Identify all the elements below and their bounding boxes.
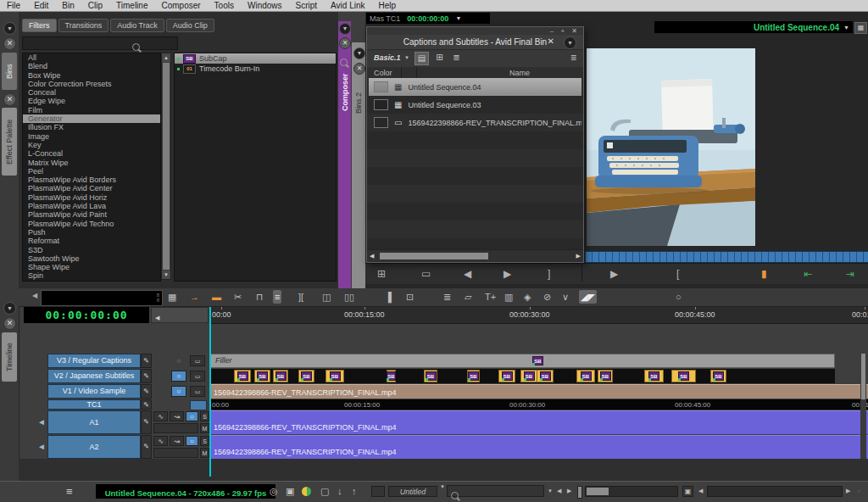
bin-window-menu-icon[interactable]: ▼ (564, 36, 576, 49)
bin-view-tab[interactable]: Basic.1 (374, 53, 401, 62)
transport-icon[interactable]: [ (676, 267, 679, 281)
effect-category-item[interactable]: Key (23, 141, 160, 149)
clip-color-swatch[interactable] (374, 81, 388, 92)
subcap-segment[interactable]: SB (537, 370, 554, 382)
subcap-segment[interactable]: SB (576, 370, 595, 382)
effect-category-item[interactable]: Conceal (23, 88, 160, 97)
timeline-tool-icon[interactable]: ◈ (522, 290, 532, 304)
bin-search-icon[interactable] (340, 59, 348, 66)
timeline-tool-icon[interactable]: ▬ (210, 290, 223, 304)
status-icon[interactable]: ↑ (352, 486, 357, 496)
effect-category-item[interactable]: Shape Wipe (23, 263, 160, 271)
subcap-segment[interactable]: SB (387, 370, 396, 382)
menu-item[interactable]: Avid Link (331, 1, 364, 10)
effect-category-item[interactable]: Box Wipe (23, 71, 160, 80)
subcap-effect-icon[interactable]: SB (532, 356, 543, 365)
scroll-right-icon[interactable]: ▶ (846, 488, 850, 494)
dock-menu-icon[interactable]: ▼ (3, 22, 16, 35)
subcap-segment[interactable]: SB (498, 370, 515, 382)
transport-icon[interactable]: ▶ (504, 267, 511, 281)
timeline-tool-icon[interactable]: T+ (483, 290, 498, 304)
scrollbar-thumb[interactable] (163, 63, 170, 270)
effect-category-item[interactable]: Edge Wipe (23, 97, 160, 105)
menu-item[interactable]: Bin (62, 1, 74, 10)
timeline-tool-icon[interactable]: ≣ (442, 290, 453, 304)
track-monitor-on-icon[interactable]: ○ (186, 411, 198, 421)
resize-grip-icon[interactable]: ◦ (858, 488, 860, 495)
timeline-tool-icon[interactable]: ⊘ (542, 290, 553, 304)
close-composer-icon[interactable]: ✕ (339, 37, 351, 49)
zoom-slider-handle[interactable] (577, 486, 582, 499)
timeline-vscrollbar[interactable] (860, 354, 866, 459)
menu-item[interactable]: Script (296, 1, 318, 10)
audio-clip-a1[interactable]: 1569422398866-REV_TRANSCRIPTION_FINAL.mp… (210, 410, 868, 434)
track-header-a1[interactable]: A1 (47, 410, 141, 434)
dock-tab-bins2[interactable]: Bins.2 (353, 81, 365, 124)
timeline-tool-icon[interactable]: ][ (297, 290, 305, 304)
view-mode-icon[interactable]: ≣ (450, 52, 463, 64)
track-monitor-off-icon[interactable]: ○ (171, 355, 186, 366)
waveform-icon[interactable]: ∿ (153, 411, 168, 421)
effect-palette-tab[interactable]: Audio Track (110, 19, 164, 32)
blank-button[interactable] (371, 486, 385, 497)
video-quality-icon[interactable] (302, 487, 311, 496)
bin-title-bar[interactable]: Captions and Subtitles - Avid Final Bin … (367, 35, 583, 50)
timeline-tool-icon[interactable]: ○ (674, 290, 683, 304)
effect-category-item[interactable]: PlasmaWipe Avid Horiz (23, 193, 160, 202)
transport-icon[interactable]: ▮ (761, 267, 767, 281)
menu-item[interactable]: Clip (88, 1, 103, 10)
automation-gain-icon[interactable]: ↝ (170, 411, 184, 421)
pencil-icon[interactable]: ✎ (141, 410, 152, 434)
clip-color-swatch[interactable] (374, 117, 388, 128)
dock-tab-timeline[interactable]: Timeline (2, 332, 17, 382)
timeline-tool-icon[interactable]: → (188, 290, 201, 304)
effect-category-item[interactable]: Film (23, 106, 160, 114)
subcap-segment[interactable]: SB (273, 370, 288, 382)
view-mode-icon[interactable]: ⊞ (433, 52, 446, 64)
track-monitor-box-icon[interactable]: ▭ (190, 355, 205, 366)
effect-palette-tab[interactable]: Filters (22, 19, 57, 32)
mute-button[interactable]: M (200, 448, 209, 458)
timeline-tool-icon[interactable]: ⊡ (404, 290, 415, 304)
effect-category-item[interactable]: PlasmaWipe Avid Paint (23, 210, 160, 219)
subcap-segment[interactable]: SB (710, 370, 726, 382)
timeline-search-input[interactable] (447, 485, 544, 497)
close-timeline-icon[interactable]: ✕ (3, 317, 16, 330)
automation-gain-icon[interactable]: ↝ (170, 436, 184, 446)
subtitle-track-lane[interactable]: SB SB SB SB SB SB SB (210, 369, 835, 383)
effect-category-item[interactable]: Color Correction Presets (23, 80, 160, 88)
bin-hscrollbar[interactable]: ◀ ▶ (367, 249, 583, 262)
menu-item[interactable]: File (7, 1, 20, 10)
effect-category-item[interactable]: PlasmaWipe Avid Lava (23, 202, 160, 210)
transport-icon[interactable]: ⇤ (804, 267, 812, 281)
target-bin-field[interactable]: Untitled (388, 486, 437, 497)
transport-icon[interactable]: ] (548, 267, 550, 281)
scroll-right-icon[interactable]: ▶ (576, 253, 581, 259)
effect-category-item[interactable]: Peel (23, 167, 160, 176)
waveform-icon[interactable]: ∿ (153, 436, 168, 446)
scrollbar-thumb[interactable] (861, 354, 865, 399)
sequence-grid-icon[interactable]: ▦ (854, 22, 867, 34)
effect-category-item[interactable]: Illusion FX (23, 123, 160, 131)
close-icon[interactable]: ✕ (548, 36, 554, 46)
timeline-tool-icon[interactable]: ▱ (463, 290, 473, 304)
effect-category-item[interactable]: S3D (23, 246, 160, 254)
timeline-tool-icon[interactable]: ▦ (166, 290, 178, 304)
timeline-tool-icon[interactable]: ∨ (560, 290, 570, 304)
scroll-left-icon[interactable]: ◀ (698, 488, 703, 494)
bin-hamburger-icon[interactable]: ≡ (570, 52, 576, 64)
close-bins2-icon[interactable]: ✕ (353, 63, 365, 75)
sequence-dropdown-icon[interactable]: ▼ (843, 25, 849, 31)
effect-category-item[interactable]: PlasmaWipe Avid Techno (23, 220, 160, 228)
timeline-tool-icon[interactable]: ▯▯ (342, 290, 356, 304)
view-mode-icon[interactable]: ▤ (415, 52, 429, 65)
effect-category-item[interactable]: All (23, 53, 160, 62)
column-name[interactable]: Name (469, 69, 570, 77)
menu-item[interactable]: Timeline (116, 1, 147, 10)
bins2-dock-menu-icon[interactable]: ▼ (353, 47, 365, 59)
audio-clip-a2[interactable]: 1569422398866-REV_TRANSCRIPTION_FINAL.mp… (210, 435, 868, 459)
timeline-tool-icon[interactable]: ✂ (232, 290, 243, 304)
subcap-segment[interactable]: SB (467, 370, 480, 382)
effect-category-item[interactable]: PlasmaWipe Avid Center (23, 184, 160, 192)
timeline-ruler[interactable]: 00:0000:00:15:0000:00:30:0000:00:45:0000… (210, 307, 868, 324)
